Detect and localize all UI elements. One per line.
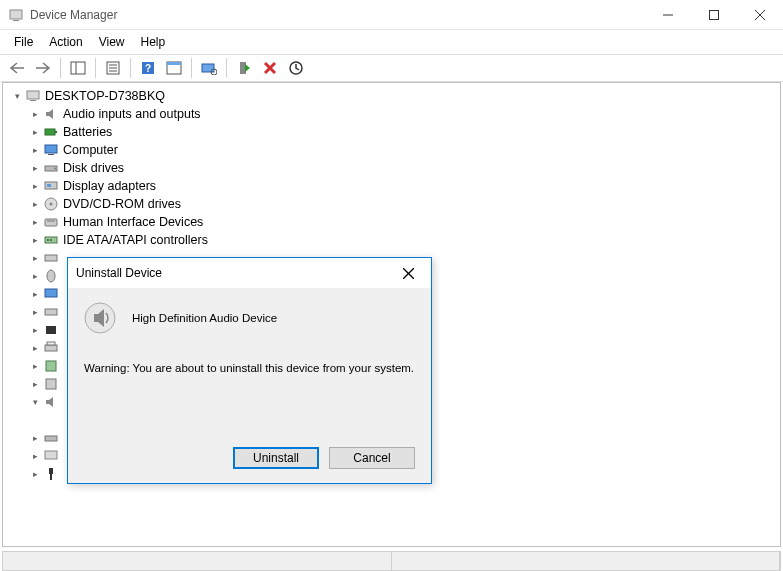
svg-rect-16 — [202, 64, 214, 72]
tree-item-label: Batteries — [63, 123, 112, 141]
port-icon — [43, 322, 59, 338]
tree-item-label: Disk drives — [63, 159, 124, 177]
action-button[interactable] — [162, 57, 186, 79]
minimize-button[interactable] — [645, 0, 691, 29]
chevron-right-icon[interactable]: ▸ — [29, 231, 41, 249]
chevron-right-icon[interactable]: ▸ — [29, 159, 41, 177]
chevron-right-icon[interactable]: ▸ — [29, 339, 41, 357]
system-device-icon — [43, 448, 59, 464]
maximize-button[interactable] — [691, 0, 737, 29]
svg-rect-50 — [49, 468, 53, 474]
dialog-device-name: High Definition Audio Device — [132, 312, 277, 324]
tree-item-batteries[interactable]: ▸ Batteries — [7, 123, 776, 141]
printer-icon — [43, 340, 59, 356]
chevron-right-icon[interactable]: ▸ — [29, 141, 41, 159]
svg-rect-49 — [45, 451, 57, 459]
menu-file[interactable]: File — [6, 33, 41, 51]
forward-button[interactable] — [31, 57, 55, 79]
svg-rect-25 — [55, 131, 57, 133]
menu-help[interactable]: Help — [133, 33, 174, 51]
svg-point-29 — [54, 168, 56, 170]
back-button[interactable] — [5, 57, 29, 79]
svg-rect-44 — [45, 345, 57, 351]
toolbar-separator — [95, 58, 96, 78]
chevron-right-icon[interactable]: ▸ — [29, 195, 41, 213]
svg-rect-0 — [10, 10, 22, 19]
svg-rect-46 — [46, 361, 56, 371]
disk-icon — [43, 160, 59, 176]
status-bar — [2, 551, 781, 571]
menu-view[interactable]: View — [91, 33, 133, 51]
chevron-right-icon[interactable]: ▸ — [29, 105, 41, 123]
processor-icon — [43, 358, 59, 374]
svg-rect-3 — [710, 10, 719, 19]
dialog-button-row: Uninstall Cancel — [233, 447, 415, 469]
chevron-right-icon[interactable]: ▸ — [29, 429, 41, 447]
dialog-title: Uninstall Device — [76, 266, 393, 280]
storage-icon — [43, 430, 59, 446]
cancel-button[interactable]: Cancel — [329, 447, 415, 469]
properties-button[interactable] — [101, 57, 125, 79]
svg-text:?: ? — [145, 63, 151, 74]
chevron-right-icon[interactable]: ▸ — [29, 213, 41, 231]
tree-item-display[interactable]: ▸ Display adapters — [7, 177, 776, 195]
chevron-down-icon[interactable]: ▾ — [29, 393, 41, 411]
toolbar: ? — [0, 54, 783, 82]
svg-point-40 — [47, 270, 55, 282]
svg-rect-43 — [46, 326, 56, 334]
svg-rect-37 — [47, 239, 49, 241]
tree-item-label: DVD/CD-ROM drives — [63, 195, 181, 213]
scan-hardware-button[interactable] — [197, 57, 221, 79]
svg-rect-1 — [13, 20, 19, 21]
tree-item-label: Human Interface Devices — [63, 213, 203, 231]
uninstall-button[interactable]: Uninstall — [233, 447, 319, 469]
tree-item-dvd[interactable]: ▸ DVD/CD-ROM drives — [7, 195, 776, 213]
tree-item-computer[interactable]: ▸ Computer — [7, 141, 776, 159]
window-title: Device Manager — [30, 8, 645, 22]
show-hide-tree-button[interactable] — [66, 57, 90, 79]
speaker-icon — [84, 302, 116, 334]
uninstall-dialog: Uninstall Device High Definition Audio D… — [67, 257, 432, 484]
speaker-icon — [43, 394, 59, 410]
title-bar: Device Manager — [0, 0, 783, 30]
uninstall-device-button[interactable] — [258, 57, 282, 79]
enable-device-button[interactable] — [232, 57, 256, 79]
chevron-right-icon[interactable]: ▸ — [29, 285, 41, 303]
chevron-right-icon[interactable]: ▸ — [29, 267, 41, 285]
chevron-right-icon[interactable]: ▸ — [29, 375, 41, 393]
chevron-right-icon[interactable]: ▸ — [29, 321, 41, 339]
tree-item-hid[interactable]: ▸ Human Interface Devices — [7, 213, 776, 231]
help-button[interactable]: ? — [136, 57, 160, 79]
chevron-right-icon[interactable]: ▸ — [29, 123, 41, 141]
toolbar-separator — [60, 58, 61, 78]
chevron-down-icon[interactable]: ▾ — [11, 87, 23, 105]
tree-item-label: Audio inputs and outputs — [63, 105, 201, 123]
chevron-right-icon[interactable]: ▸ — [29, 465, 41, 483]
tree-item-label: Computer — [63, 141, 118, 159]
update-driver-button[interactable] — [284, 57, 308, 79]
chevron-right-icon[interactable]: ▸ — [29, 303, 41, 321]
battery-icon — [43, 124, 59, 140]
svg-rect-41 — [45, 289, 57, 297]
tree-item-disk[interactable]: ▸ Disk drives — [7, 159, 776, 177]
close-button[interactable] — [737, 0, 783, 29]
svg-rect-27 — [48, 154, 54, 155]
tree-item-ide[interactable]: ▸ IDE ATA/ATAPI controllers — [7, 231, 776, 249]
toolbar-separator — [191, 58, 192, 78]
dialog-close-button[interactable] — [393, 258, 423, 288]
chevron-right-icon[interactable]: ▸ — [29, 447, 41, 465]
network-icon — [43, 304, 59, 320]
status-pane — [3, 552, 392, 570]
chevron-right-icon[interactable]: ▸ — [29, 357, 41, 375]
status-pane — [392, 552, 781, 570]
dialog-title-bar[interactable]: Uninstall Device — [68, 258, 431, 288]
tree-item-audio[interactable]: ▸ Audio inputs and outputs — [7, 105, 776, 123]
tree-root[interactable]: ▾ DESKTOP-D738BKQ — [7, 87, 776, 105]
menu-action[interactable]: Action — [41, 33, 90, 51]
speaker-icon — [43, 106, 59, 122]
svg-rect-26 — [45, 145, 57, 153]
chevron-right-icon[interactable]: ▸ — [29, 249, 41, 267]
monitor-icon — [43, 286, 59, 302]
svg-rect-22 — [27, 91, 39, 99]
chevron-right-icon[interactable]: ▸ — [29, 177, 41, 195]
